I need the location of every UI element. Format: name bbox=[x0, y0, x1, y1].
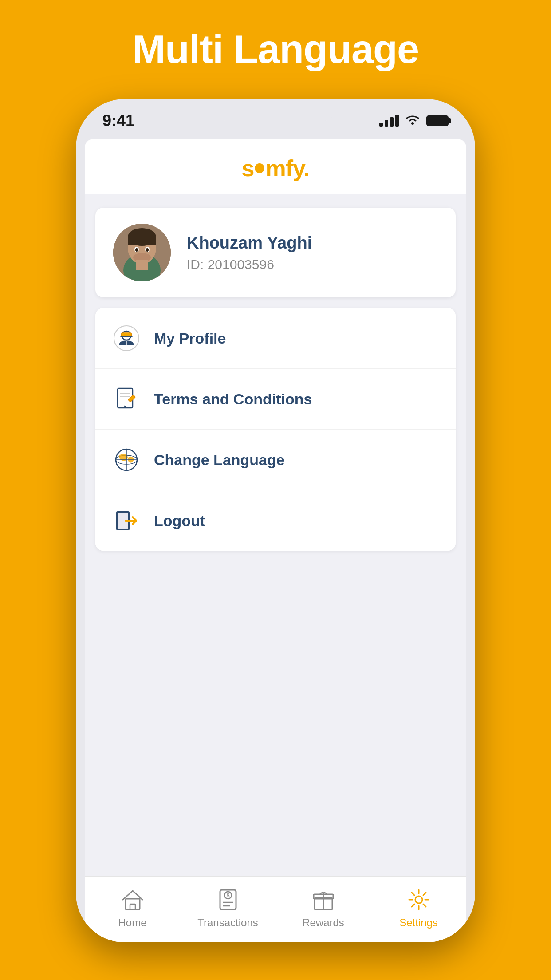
user-info: Khouzam Yaghi ID: 201003596 bbox=[187, 233, 312, 272]
document-icon bbox=[111, 384, 142, 414]
logout-label: Logout bbox=[154, 512, 205, 530]
menu-item-my-profile[interactable]: My Profile bbox=[95, 308, 456, 369]
home-nav-label: Home bbox=[118, 917, 146, 929]
status-icons bbox=[379, 113, 449, 128]
svg-rect-5 bbox=[128, 237, 156, 245]
bottom-nav: Home $ Transactions bbox=[85, 876, 466, 942]
page-title: Multi Language bbox=[132, 27, 419, 72]
settings-icon bbox=[406, 887, 431, 912]
battery-icon bbox=[426, 115, 449, 126]
menu-item-logout[interactable]: Logout bbox=[95, 490, 456, 551]
menu-item-terms[interactable]: Terms and Conditions bbox=[95, 369, 456, 430]
svg-line-46 bbox=[423, 904, 426, 907]
svg-line-45 bbox=[412, 893, 414, 895]
svg-line-47 bbox=[423, 893, 426, 895]
svg-line-48 bbox=[412, 904, 414, 907]
svg-point-0 bbox=[411, 122, 414, 125]
nav-item-rewards[interactable]: Rewards bbox=[276, 887, 371, 929]
profile-card: Khouzam Yaghi ID: 201003596 bbox=[95, 208, 456, 297]
nav-item-home[interactable]: Home bbox=[85, 887, 180, 929]
phone-notch bbox=[213, 99, 338, 121]
user-id: ID: 201003596 bbox=[187, 257, 312, 272]
signal-icon bbox=[379, 115, 399, 127]
my-profile-label: My Profile bbox=[154, 330, 226, 347]
language-label: Change Language bbox=[154, 451, 285, 469]
logout-icon bbox=[111, 506, 142, 536]
transactions-icon: $ bbox=[216, 887, 240, 912]
rewards-icon bbox=[311, 887, 336, 912]
svg-rect-11 bbox=[136, 260, 148, 270]
status-time: 9:41 bbox=[102, 111, 134, 130]
nav-item-settings[interactable]: Settings bbox=[371, 887, 466, 929]
wifi-icon bbox=[405, 113, 420, 128]
svg-point-12 bbox=[114, 326, 139, 351]
svg-point-9 bbox=[146, 248, 149, 252]
home-icon bbox=[120, 887, 145, 912]
globe-icon bbox=[111, 445, 142, 475]
app-header: smfy. bbox=[85, 139, 466, 194]
svg-rect-31 bbox=[130, 904, 135, 909]
app-logo: smfy. bbox=[242, 155, 310, 182]
svg-text:$: $ bbox=[226, 893, 229, 899]
terms-label: Terms and Conditions bbox=[154, 391, 312, 408]
svg-point-8 bbox=[135, 248, 138, 252]
svg-point-40 bbox=[415, 896, 422, 903]
nav-item-transactions[interactable]: $ Transactions bbox=[180, 887, 276, 929]
phone-frame: 9:41 smfy. bbox=[76, 99, 475, 942]
menu-item-language[interactable]: Change Language bbox=[95, 430, 456, 490]
main-content: Khouzam Yaghi ID: 201003596 bbox=[85, 194, 466, 876]
rewards-nav-label: Rewards bbox=[302, 917, 344, 929]
settings-nav-label: Settings bbox=[399, 917, 438, 929]
transactions-nav-label: Transactions bbox=[197, 917, 258, 929]
person-icon bbox=[111, 323, 142, 353]
svg-rect-15 bbox=[120, 336, 133, 337]
menu-container: My Profile bbox=[95, 308, 456, 551]
avatar bbox=[113, 224, 171, 281]
phone-screen: smfy. bbox=[85, 139, 466, 942]
user-name: Khouzam Yaghi bbox=[187, 233, 312, 253]
